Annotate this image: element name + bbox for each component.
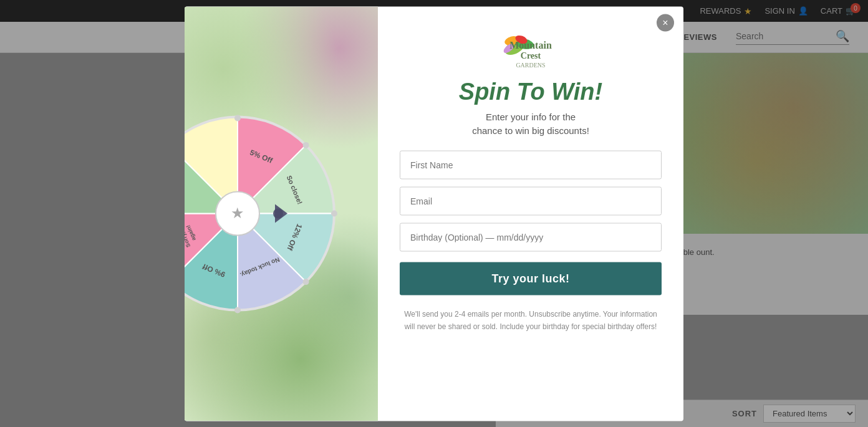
modal-close-button[interactable]: ×	[657, 14, 674, 31]
svg-point-19	[273, 209, 283, 219]
spin-wheel-container: 5% Off So close! 12% Off No luck today. …	[185, 111, 340, 317]
modal-description: Enter your info for the chance to win bi…	[472, 110, 589, 138]
modal-wheel-side: 5% Off So close! 12% Off No luck today. …	[185, 6, 378, 421]
try-luck-button[interactable]: Try your luck!	[400, 262, 662, 295]
svg-point-8	[234, 115, 241, 122]
modal-desc-line2: chance to win big discounts!	[472, 125, 589, 136]
first-name-input[interactable]	[400, 150, 662, 179]
modal-form-side: × Mountain Crest GARDENS Spin To Win! En…	[378, 6, 683, 421]
svg-point-9	[303, 142, 309, 148]
birthday-input[interactable]	[400, 223, 662, 251]
svg-text:GARDENS: GARDENS	[516, 61, 545, 68]
svg-text:Crest: Crest	[521, 50, 541, 60]
email-input[interactable]	[400, 186, 662, 215]
svg-text:Mountain: Mountain	[509, 39, 552, 50]
close-icon: ×	[662, 17, 668, 28]
modal-title: Spin To Win!	[459, 78, 602, 105]
mountain-crest-logo: Mountain Crest GARDENS	[490, 28, 571, 72]
logo-container: Mountain Crest GARDENS	[487, 25, 574, 75]
spin-wheel[interactable]: 5% Off So close! 12% Off No luck today. …	[185, 111, 340, 317]
svg-point-12	[234, 307, 241, 314]
svg-point-10	[331, 211, 337, 217]
spin-to-win-modal: 5% Off So close! 12% Off No luck today. …	[185, 6, 683, 421]
modal-desc-line1: Enter your info for the	[486, 111, 576, 122]
fine-print-text: We'll send you 2-4 emails per month. Uns…	[400, 307, 662, 333]
svg-point-11	[303, 279, 309, 285]
svg-text:★: ★	[231, 204, 244, 221]
